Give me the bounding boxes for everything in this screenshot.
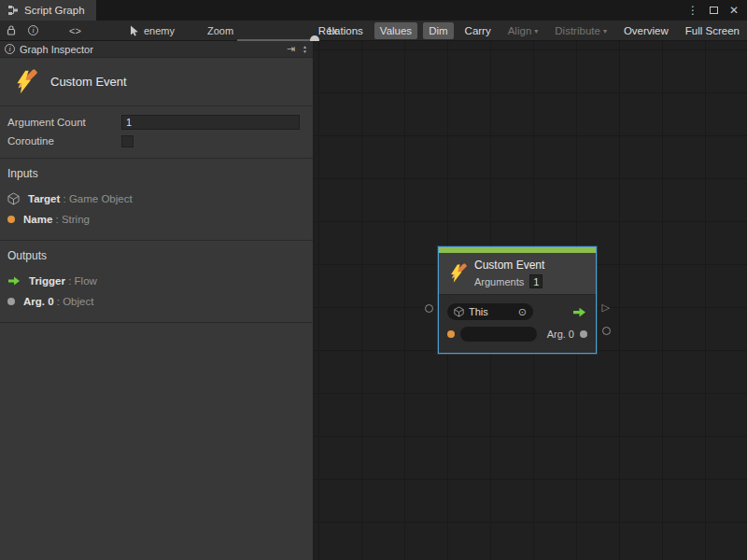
node-row-target: This ⊙: [447, 301, 587, 323]
menu-kebab-icon[interactable]: ⋮: [687, 5, 698, 16]
cursor-icon: [129, 25, 139, 36]
target-object-value: This: [469, 306, 488, 317]
argument-count-label: Argument Count: [7, 117, 121, 128]
maximize-icon[interactable]: [710, 7, 718, 14]
info-icon[interactable]: i: [28, 21, 38, 40]
info-icon: i: [5, 44, 15, 54]
coroutine-row: Coroutine: [7, 132, 300, 150]
graph-name: enemy: [144, 25, 175, 36]
coroutine-checkbox[interactable]: [121, 135, 134, 147]
window-controls: ⋮ ✕: [687, 0, 747, 21]
inputs-title: Inputs: [7, 167, 305, 180]
outputs-title: Outputs: [7, 249, 305, 262]
input-row-name: Name : String: [7, 209, 305, 230]
distribute-button[interactable]: Distribute ▾: [549, 22, 613, 39]
inspector-title: Graph Inspector: [20, 44, 93, 55]
values-button[interactable]: Values: [374, 22, 417, 39]
inputs-section: Inputs Target : Game Object Name : Strin…: [0, 159, 313, 241]
cube-icon: [454, 306, 464, 317]
zoom-label: Zoom: [207, 21, 233, 40]
event-name-input[interactable]: [460, 327, 537, 342]
coroutine-label: Coroutine: [7, 135, 121, 147]
outputs-section: Outputs Trigger : Flow Arg. 0 : Object: [0, 241, 313, 323]
node-body: This ⊙ Arg. 0: [439, 294, 596, 353]
code-icon[interactable]: <>: [69, 21, 81, 40]
fullscreen-button[interactable]: Full Screen: [680, 22, 745, 39]
arg0-label: Arg. 0: [547, 329, 574, 340]
chevron-down-icon: ▾: [603, 27, 607, 35]
close-icon[interactable]: ✕: [729, 5, 739, 16]
target-input-port[interactable]: [425, 304, 433, 313]
tab-script-graph[interactable]: Script Graph: [0, 0, 96, 21]
relations-button[interactable]: Relations: [313, 22, 369, 39]
unit-title-block: Custom Event: [0, 58, 313, 106]
align-button[interactable]: Align ▾: [502, 22, 544, 39]
string-port-icon: [7, 216, 15, 223]
node-arguments-value[interactable]: 1: [529, 274, 543, 288]
zoom-slider[interactable]: [237, 21, 317, 40]
argument-count-input[interactable]: [121, 115, 300, 130]
target-object-dropdown[interactable]: This ⊙: [447, 303, 533, 320]
custom-event-icon: [11, 69, 37, 95]
overview-button[interactable]: Overview: [618, 22, 674, 39]
graph-picker[interactable]: enemy: [129, 21, 175, 40]
argument-count-row: Argument Count: [7, 113, 300, 132]
scroll-down-icon[interactable]: ▼: [303, 49, 307, 54]
custom-event-icon: [446, 263, 467, 284]
dim-button[interactable]: Dim: [423, 22, 453, 39]
node-title: Custom Event: [474, 259, 544, 272]
node-arguments-label: Arguments: [474, 276, 524, 287]
toolbar: i <> enemy Zoom 1x Relations Values Dim …: [0, 21, 747, 41]
script-graph-icon: [7, 5, 19, 16]
node-row-arg: Arg. 0: [447, 323, 587, 345]
node-header[interactable]: Custom Event Arguments 1: [439, 253, 596, 294]
name-port-icon[interactable]: [447, 330, 455, 338]
tab-title: Script Graph: [24, 5, 85, 16]
inspector-header: i Graph Inspector ⇥ ▲ ▼: [0, 41, 313, 58]
object-port-icon: [7, 298, 15, 305]
unity-script-graph-window: Script Graph ⋮ ✕ i <> enemy Zoom: [0, 0, 747, 560]
graph-canvas[interactable]: Custom Event Arguments 1 This ⊙: [314, 41, 747, 560]
output-row-arg0: Arg. 0 : Object: [7, 291, 305, 312]
output-row-trigger: Trigger : Flow: [7, 271, 305, 291]
input-row-target: Target : Game Object: [7, 189, 305, 209]
fields-block: Argument Count Coroutine: [0, 106, 313, 159]
carry-button[interactable]: Carry: [459, 22, 497, 39]
arg0-output-port[interactable]: [602, 327, 611, 335]
graph-inspector-panel: i Graph Inspector ⇥ ▲ ▼ Custom Event: [0, 41, 314, 560]
titlebar: Script Graph ⋮ ✕: [0, 0, 747, 21]
toolbar-buttons: Relations Values Dim Carry Align ▾ Distr…: [313, 21, 745, 40]
cube-icon: [7, 192, 20, 205]
object-picker-icon[interactable]: ⊙: [518, 306, 527, 318]
panel-scroll-arrows[interactable]: ▲ ▼: [303, 45, 308, 54]
chevron-down-icon: ▾: [534, 27, 538, 35]
trigger-arrow-icon: [571, 306, 587, 318]
lock-icon[interactable]: [6, 21, 17, 40]
flow-arrow-icon: [7, 275, 21, 287]
unit-title: Custom Event: [50, 75, 127, 89]
trigger-output-port[interactable]: ▷: [602, 302, 610, 313]
custom-event-node[interactable]: Custom Event Arguments 1 This ⊙: [438, 246, 597, 354]
arg0-port-icon[interactable]: [580, 330, 587, 338]
dock-icon[interactable]: ⇥: [287, 43, 295, 55]
